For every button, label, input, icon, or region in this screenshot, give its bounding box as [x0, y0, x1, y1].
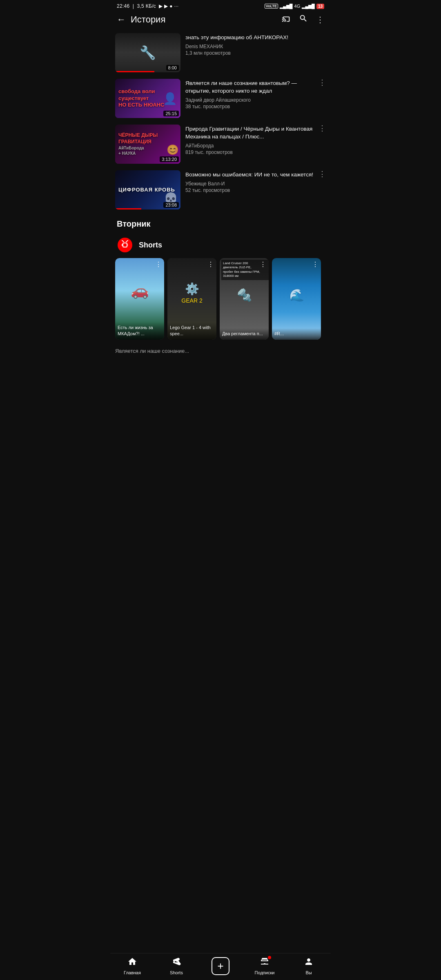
cast-icon[interactable]: [282, 14, 291, 25]
profile-icon: [304, 957, 314, 969]
status-time-network: 22:46 | 3,5 КБ/с ▶ ▶ ● ···: [117, 3, 178, 9]
list-item[interactable]: ⚙️ GEAR 2 ⋮ Lego Gear 1 - 4 with spee...: [167, 258, 216, 340]
view-count: 52 тыс. просмотров: [185, 187, 326, 193]
video-meta: ⋮ Является ли наше сознание квантовым? —…: [185, 79, 326, 109]
signal-icon-2: ▂▄▆█: [302, 4, 315, 9]
more-vert-icon[interactable]: ⋮: [155, 261, 162, 268]
subscriptions-icon: [260, 957, 270, 969]
table-row[interactable]: 🔧 8:00 знать эту информацию об АНТИКОРАХ…: [110, 30, 331, 76]
list-item[interactable]: 🔩 Land Cruiser 200двигатель 2UZ-FE,пробе…: [220, 258, 269, 340]
table-row[interactable]: свобода воли существует НО ЕСТЬ НЮАНС 👤 …: [110, 76, 331, 121]
progress-bar: [115, 71, 154, 72]
thumbnail-4: ЦИФРОВАЯ КРОВЬ 💀 23:08: [115, 170, 180, 209]
progress-bar: [115, 208, 141, 209]
network-type: 4G: [294, 4, 301, 9]
thumbnail-1: 🔧 8:00: [115, 33, 180, 72]
thumbnail-3: ЧЁРНЫЕ ДЫРЫ ГРАВИТАЦИЯ АйТиБорода + НАУК…: [115, 125, 180, 164]
table-row[interactable]: ЧЁРНЫЕ ДЫРЫ ГРАВИТАЦИЯ АйТиБорода + НАУК…: [110, 121, 331, 167]
video-meta: знать эту информацию об АНТИКОРАХ! Denis…: [185, 33, 326, 56]
shorts-section-header: Shorts: [110, 232, 331, 258]
nav-tab-you[interactable]: Вы: [296, 957, 321, 975]
nav-icons: ⋮: [282, 14, 324, 25]
more-vert-icon[interactable]: ⋮: [260, 261, 266, 268]
more-vert-icon[interactable]: ⋮: [316, 15, 324, 24]
video-title: Возможно мы ошибаемся: ИИ не то, чем каж…: [185, 171, 326, 179]
short-thumbnail-3: 🔩 Land Cruiser 200двигатель 2UZ-FE,пробе…: [220, 258, 269, 340]
search-icon[interactable]: [299, 14, 308, 25]
duration-badge: 23:08: [163, 202, 179, 208]
channel-name: Denis МЕХАНИК: [185, 44, 326, 49]
short-label: Lego Gear 1 - 4 with spee...: [167, 322, 216, 340]
shorts-title: Shorts: [139, 241, 162, 249]
home-icon: [127, 957, 137, 969]
you-label: Вы: [305, 970, 312, 975]
nav-tab-home[interactable]: Главная: [120, 957, 145, 975]
section-header-day: Вторник: [110, 213, 331, 232]
view-count: 819 тыс. просмотров: [185, 149, 326, 155]
more-vert-icon[interactable]: ⋮: [312, 261, 318, 268]
home-label: Главная: [124, 970, 141, 975]
subscriptions-label: Подписки: [255, 970, 275, 975]
video-list: 🔧 8:00 знать эту информацию об АНТИКОРАХ…: [110, 30, 331, 213]
more-vert-icon[interactable]: ⋮: [318, 125, 326, 132]
video-meta: ⋮ Возможно мы ошибаемся: ИИ не то, чем к…: [185, 170, 326, 193]
view-count: 1,3 млн просмотров: [185, 50, 326, 56]
status-network: 3,5 КБ/с: [137, 3, 156, 9]
status-bar: 22:46 | 3,5 КБ/с ▶ ▶ ● ··· VoLTE ▂▄▆█ 4G…: [110, 0, 331, 11]
bottom-nav: Главная Shorts Подписки Вы: [110, 953, 331, 980]
nav-tab-subscriptions[interactable]: Подписки: [252, 957, 277, 975]
short-label: #R...: [272, 328, 321, 340]
table-row[interactable]: ЦИФРОВАЯ КРОВЬ 💀 23:08 ⋮ Возможно мы оши…: [110, 167, 331, 213]
thumbnail-2: свобода воли существует НО ЕСТЬ НЮАНС 👤 …: [115, 79, 180, 118]
shorts-label: Shorts: [170, 970, 183, 975]
shorts-icon: [172, 957, 181, 969]
add-button[interactable]: [212, 957, 229, 975]
short-thumbnail-4: 🌊: [272, 258, 321, 340]
more-vert-icon[interactable]: ⋮: [318, 170, 326, 178]
svg-point-0: [118, 238, 132, 252]
short-label: Есть ли жизнь за МКАДом?! ...: [115, 322, 164, 340]
channel-name: АйТиБорода: [185, 143, 326, 149]
status-time: 22:46: [117, 3, 130, 9]
list-item[interactable]: 🌊 ⋮ #R...: [272, 258, 321, 340]
battery-badge: 13: [316, 4, 324, 9]
nav-tab-add[interactable]: [208, 957, 233, 975]
nav-tab-shorts[interactable]: Shorts: [164, 957, 189, 975]
shorts-logo: [117, 237, 133, 253]
duration-badge: 25:15: [163, 111, 179, 116]
notification-dot: [268, 956, 271, 959]
video-title: Является ли наше сознание квантовым? — о…: [185, 80, 326, 95]
suggested-strip: Является ли наше сознание...: [110, 345, 331, 356]
shorts-row: 🚗 ⋮ Есть ли жизнь за МКАДом?! ... ⚙️ GEA…: [110, 258, 331, 345]
status-right: VoLTE ▂▄▆█ 4G ▂▄▆█ 13: [265, 4, 324, 9]
view-count: 38 тыс. просмотров: [185, 104, 326, 109]
list-item[interactable]: 🚗 ⋮ Есть ли жизнь за МКАДом?! ...: [115, 258, 164, 340]
signal-icon: ▂▄▆█: [280, 4, 293, 9]
top-nav: ← История ⋮: [110, 11, 331, 30]
channel-name: Задний двор Айлашкерского: [185, 97, 326, 103]
channel-name: Убежище Валл-И: [185, 181, 326, 187]
back-button[interactable]: ←: [117, 14, 126, 25]
video-title: Природа Гравитации / Чёрные Дыры и Квант…: [185, 125, 326, 141]
short-label: Два регламента п...: [220, 328, 269, 340]
page-title: История: [131, 14, 282, 25]
duration-badge: 8:00: [166, 65, 179, 71]
volte-badge: VoLTE: [265, 4, 278, 9]
more-vert-icon[interactable]: ⋮: [207, 261, 214, 268]
video-title: знать эту информацию об АНТИКОРАХ!: [185, 34, 326, 42]
more-vert-icon[interactable]: ⋮: [318, 79, 326, 86]
video-meta: ⋮ Природа Гравитации / Чёрные Дыры и Ква…: [185, 125, 326, 155]
duration-badge: 3:13:20: [160, 156, 179, 162]
